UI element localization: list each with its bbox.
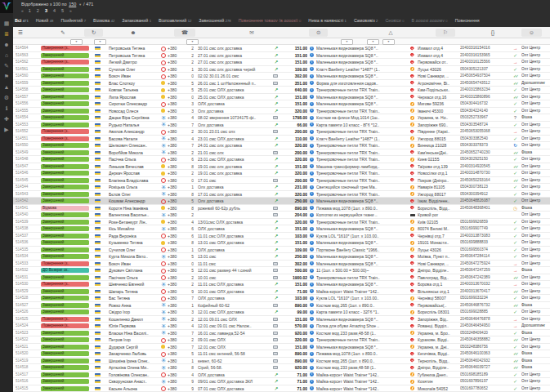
order-row[interactable]: 514561ЗавершенийСучилов Олег+380130.01 с… bbox=[13, 66, 550, 74]
order-row[interactable]: 514520ЗавершенийЗахарченко Любовь+380511… bbox=[13, 350, 550, 358]
order-row[interactable]: 514560ЗавершенийБокоч Иван+380002.02 30.… bbox=[13, 73, 550, 80]
tab-12[interactable]: В дорозі додому0 bbox=[412, 16, 448, 22]
order-row[interactable]: 514547ЗавершенийЛиньков Вячеслав+380819.… bbox=[13, 163, 550, 171]
order-row[interactable]: 514522ЗавершенийПетров Ігор+380209.01 см… bbox=[13, 336, 550, 344]
order-row[interactable]: 514549ЗавершенийВоробйов Микола✳+380221.… bbox=[13, 149, 550, 157]
order-row[interactable]: 514538ЗавершенийКісь Михайло✳+3806ОЛХ до… bbox=[13, 225, 550, 233]
tab-10[interactable]: Самовивіз2 bbox=[354, 16, 378, 22]
tab-4[interactable]: Відмова42 bbox=[93, 16, 114, 22]
order-row[interactable]: 514563ЗавершенийПетровська Тетяна+380227… bbox=[13, 52, 550, 60]
video-icon[interactable]: ▶ bbox=[0, 124, 13, 135]
order-row[interactable]: 514528ЗавершенийБас Тетяна+3807ОЛХ доста… bbox=[13, 295, 550, 302]
order-row[interactable]: 514562Повернення (з..Легкий Дмитро+38022… bbox=[13, 59, 550, 66]
orders-icon[interactable]: ≣ bbox=[0, 29, 13, 39]
order-row[interactable]: 514552Повернення (з..Авилов Александр+38… bbox=[13, 128, 550, 136]
first-page-button[interactable]: « bbox=[21, 7, 23, 14]
order-row[interactable]: 514534ЗавершенийКурта Микола Вікто..✳+38… bbox=[13, 253, 550, 261]
page-button-4[interactable]: 4 bbox=[53, 7, 56, 14]
order-row[interactable]: 514555ЗавершенийНовосад Олеся+3803Олх до… bbox=[13, 108, 550, 115]
order-row[interactable]: 514539ЗавершенийРоке-Бетанкурт Лін..+380… bbox=[13, 219, 550, 226]
page-size-dropdown[interactable]: 150 bbox=[69, 2, 76, 7]
order-row[interactable]: 514530Повернення (з..Шевченко Евгений✳+3… bbox=[13, 281, 550, 288]
chevron-down-icon: ▼ bbox=[78, 3, 82, 7]
contacts-icon[interactable]: ☻ bbox=[0, 39, 13, 50]
page-button-1[interactable]: 1 bbox=[29, 7, 31, 14]
order-row[interactable]: 514526ЗавершенийСвідро Ігор✳+380312.01 с… bbox=[13, 309, 550, 316]
operator-icon bbox=[161, 109, 166, 114]
order-row[interactable]: 514519ЗавершенийШишкіна Ірина Олек..✳+38… bbox=[13, 358, 550, 365]
settings-icon[interactable]: ⚙ bbox=[0, 92, 13, 103]
tab-6[interactable]: Відправлений12 bbox=[159, 16, 191, 22]
stats-icon[interactable]: ▲ bbox=[0, 82, 13, 92]
order-row[interactable]: 514550ЗавершенийШелкович Олексан..✳+3807… bbox=[13, 142, 550, 149]
tab-8[interactable]: Повернення товару (в дорозі)0 bbox=[239, 16, 302, 22]
order-row[interactable]: 514517ЗавершенийГоловінова Олексан..+380… bbox=[13, 372, 550, 379]
page-button-3[interactable]: 3 bbox=[45, 7, 47, 14]
order-row[interactable]: 514536ЗавершенийКузьменко Тетяна+380813.… bbox=[13, 239, 550, 247]
apps-icon[interactable]: ✚ bbox=[0, 114, 13, 124]
order-row[interactable]: 514527ЗавершенийРожко Анна✳+3801Кофейный… bbox=[13, 302, 550, 310]
order-row[interactable]: 514551Повернення (з..Басова Наталя✳+3804… bbox=[13, 136, 550, 143]
order-row[interactable]: 514564Повернення (з..Петровська Тетяна+3… bbox=[13, 45, 550, 52]
order-row[interactable]: 514535ЗавершенийСучилов Олег+3801ОЛХ дос… bbox=[13, 247, 550, 254]
customer-column-icon[interactable]: ☻ bbox=[128, 29, 138, 37]
order-row[interactable]: 514531ЗавершенийПасічник Ольга+380210.01… bbox=[13, 274, 550, 282]
page-button-5[interactable]: 5 bbox=[61, 7, 64, 14]
order-row[interactable]: 514533Повернення (з..Бокоч Иван+380011.0… bbox=[13, 261, 550, 268]
order-row[interactable]: 514518ЗавершенийАртюхіна Олена Ми..✳+380… bbox=[13, 364, 550, 372]
edit-column-icon[interactable]: ✎ bbox=[58, 29, 68, 37]
comment-column-icon[interactable]: ✉ bbox=[247, 29, 257, 37]
ttn-column-icon[interactable]: {} bbox=[488, 29, 498, 37]
order-row[interactable]: 514556ЗавершенийСиротюк Олександр+3803ОЛ… bbox=[13, 100, 550, 108]
product-column-icon[interactable]: △ bbox=[386, 29, 396, 37]
delivery-address: Новосілки отд.1 bbox=[418, 170, 458, 177]
tab-13[interactable]: Повернення bbox=[455, 16, 480, 22]
order-id: 514545 bbox=[16, 177, 39, 185]
app-logo[interactable] bbox=[0, 0, 13, 13]
order-row[interactable]: 514542ЗавершенийКошмак Александр+3805Олх… bbox=[13, 198, 550, 205]
order-row[interactable]: 514529ЗавершенийШапарь Тетяна+380910.01 … bbox=[13, 288, 550, 296]
order-row[interactable]: 514553ЗавершенийРудько Наталья✳+3807Олх … bbox=[13, 122, 550, 129]
phone-column-icon[interactable]: ☎ bbox=[174, 29, 195, 37]
order-row[interactable]: 514557ЗавершенийЛила Ярослав+380025.01 с… bbox=[13, 94, 550, 101]
order-row[interactable]: 514543ЗавершенийБєлов Олег✳+380817.01 см… bbox=[13, 191, 550, 198]
status-chip: Завершений bbox=[41, 212, 89, 217]
company-icon[interactable]: ⌂ bbox=[0, 50, 13, 60]
order-row[interactable]: 514546ЗавершенийДеркач Ярослав+380219.01… bbox=[13, 170, 550, 177]
order-row[interactable]: 514523ЗавершенийВласюк Ніна Василі..✳+38… bbox=[13, 330, 550, 337]
tab-3[interactable]: Прийнятий7 bbox=[60, 16, 86, 22]
info-icon[interactable]: ℹ bbox=[0, 103, 13, 114]
refresh-column-icon[interactable]: ↻ bbox=[84, 29, 103, 37]
last-page-button[interactable]: » bbox=[69, 7, 71, 14]
order-row[interactable]: 514541ВідмоваКоротя Ніна Іванівна+3808ро… bbox=[13, 205, 550, 212]
order-row[interactable]: 514545ЗавершенийБлагінна Владіслава+3800… bbox=[13, 177, 550, 185]
order-row[interactable]: 514532ДО Возврат ск..Дукович Світлана+38… bbox=[13, 267, 550, 274]
order-total: 99.00 bbox=[279, 309, 307, 316]
order-row[interactable]: 514537ЗавершенийРада Вероніка+380611.01 … bbox=[13, 233, 550, 240]
address-column-icon[interactable]: ⚐ bbox=[436, 29, 455, 37]
marketing-icon[interactable]: ⚑ bbox=[0, 71, 13, 82]
dashboard-icon[interactable]: ▦ bbox=[0, 18, 13, 29]
order-row[interactable]: 514558ЗавершенийКовпак Татьяна+380525.01… bbox=[13, 87, 550, 94]
page-button-2[interactable]: 2 bbox=[37, 7, 39, 14]
tab-2[interactable]: Новий48 bbox=[36, 16, 54, 22]
order-row[interactable]: 514559ЗавершенийВлас Слоткоу+380526.01 с… bbox=[13, 80, 550, 87]
status-column-icon[interactable]: ☰ bbox=[16, 29, 25, 37]
order-row[interactable]: 514554ЗавершенийДацюк Віра Сергіївна✳+38… bbox=[13, 114, 550, 122]
payment-column-icon[interactable]: ⊙ bbox=[309, 29, 328, 37]
order-row[interactable]: 514515ЗавершенийКасьян Альона+380907.01 … bbox=[13, 385, 550, 392]
order-row[interactable]: 514516ЗавершенийСкворунская Анаст..✳+380… bbox=[13, 378, 550, 385]
tab-11[interactable]: Сервіси0 bbox=[385, 16, 404, 22]
tab-9[interactable]: Нема в наявності1 bbox=[308, 16, 347, 22]
order-row[interactable]: 514544ЗавершенийРокіцька Ольга✳+3801Олх … bbox=[13, 184, 550, 191]
tab-5[interactable]: Запакований1 bbox=[122, 16, 151, 22]
order-row[interactable]: 514525Повернення (з..Кошеленко Данил✳+38… bbox=[13, 316, 550, 323]
order-row[interactable]: 514548ЗавершенийПасічна Ольга+380623.01 … bbox=[13, 156, 550, 163]
tab-1[interactable]: Всі471 bbox=[15, 16, 29, 22]
order-row[interactable]: 514540ЗавершенийВалентина Василье..✳+380… bbox=[13, 212, 550, 219]
order-row[interactable]: 514521ЗавершенийДударєв Сергій+380712.01… bbox=[13, 344, 550, 351]
order-row[interactable]: 514524Повернення (з..Юлія Первова✳+38041… bbox=[13, 323, 550, 330]
tab-7[interactable]: Завершений278 bbox=[199, 16, 230, 22]
manager-column-icon[interactable]: ☺ bbox=[521, 29, 542, 37]
products-icon[interactable]: ✎ bbox=[0, 60, 13, 71]
